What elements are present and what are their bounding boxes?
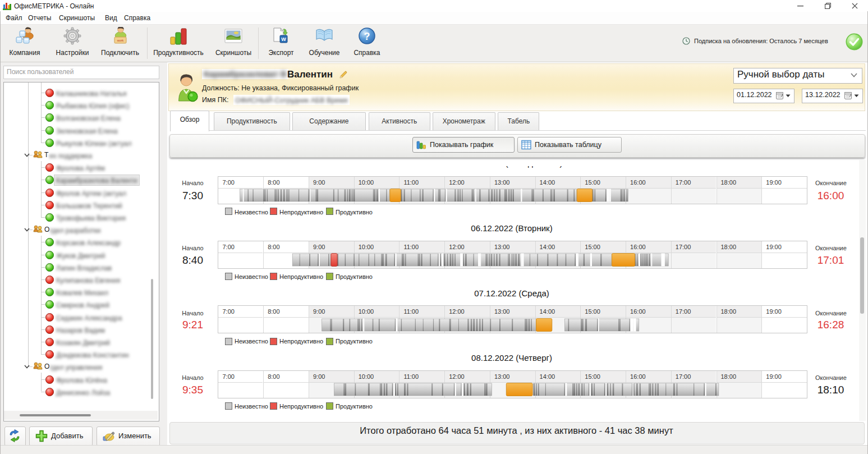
svg-text:W: W — [281, 36, 286, 42]
svg-text:work: work — [117, 39, 124, 42]
svg-text:?: ? — [364, 31, 370, 42]
